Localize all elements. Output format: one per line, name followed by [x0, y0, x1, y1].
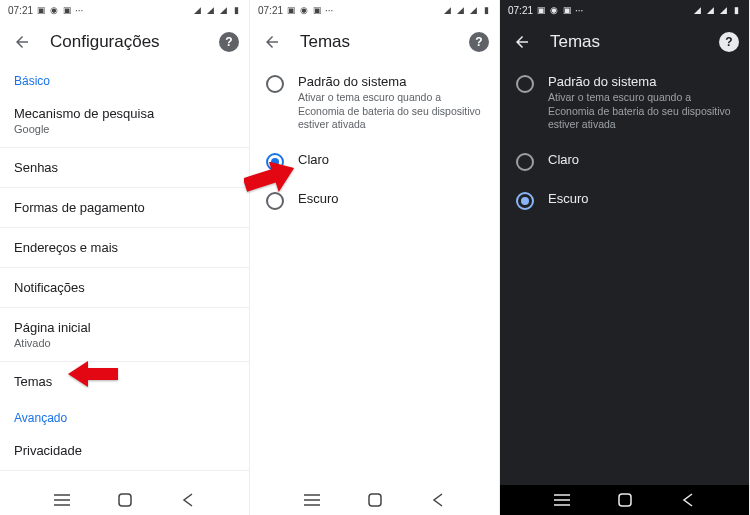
image-icon: ▣ — [62, 5, 72, 15]
radio-icon — [266, 75, 284, 93]
settings-item-search-engine[interactable]: Mecanismo de pesquisa Google — [0, 94, 249, 148]
settings-list: Básico Mecanismo de pesquisa Google Senh… — [0, 64, 249, 485]
page-title: Temas — [300, 32, 453, 52]
nav-back-button[interactable] — [428, 490, 448, 510]
settings-item-themes[interactable]: Temas — [0, 362, 249, 401]
home-icon — [368, 493, 382, 507]
status-time: 07:21 — [258, 5, 283, 16]
home-icon — [118, 493, 132, 507]
image-icon: ▣ — [562, 5, 572, 15]
battery-icon: ▮ — [231, 5, 241, 15]
back-icon — [682, 493, 694, 507]
whatsapp-icon: ◉ — [549, 5, 559, 15]
image-icon: ▣ — [36, 5, 46, 15]
theme-option-dark[interactable]: Escuro — [500, 181, 749, 220]
theme-option-system[interactable]: Padrão do sistema Ativar o tema escuro q… — [500, 64, 749, 142]
wifi-icon: ◢ — [192, 5, 202, 15]
status-time: 07:21 — [508, 5, 533, 16]
back-button[interactable] — [510, 30, 534, 54]
signal-icon: ◢ — [705, 5, 715, 15]
themes-list: Padrão do sistema Ativar o tema escuro q… — [500, 64, 749, 485]
status-time: 07:21 — [8, 5, 33, 16]
signal-icon: ◢ — [468, 5, 478, 15]
nav-back-button[interactable] — [178, 490, 198, 510]
battery-icon: ▮ — [481, 5, 491, 15]
arrow-left-icon — [513, 33, 531, 51]
settings-item-notifications[interactable]: Notificações — [0, 268, 249, 308]
settings-item-addresses[interactable]: Endereços e mais — [0, 228, 249, 268]
app-bar: Configurações ? — [0, 20, 249, 64]
radio-icon — [516, 192, 534, 210]
back-button[interactable] — [10, 30, 34, 54]
image-icon: ▣ — [286, 5, 296, 15]
settings-item-accessibility[interactable]: Acessibilidade — [0, 471, 249, 485]
recent-icon — [553, 494, 571, 506]
settings-item-privacy[interactable]: Privacidade — [0, 431, 249, 471]
nav-bar — [250, 485, 499, 515]
settings-item-homepage[interactable]: Página inicial Ativado — [0, 308, 249, 362]
nav-home-button[interactable] — [615, 490, 635, 510]
nav-home-button[interactable] — [115, 490, 135, 510]
help-button[interactable]: ? — [219, 32, 239, 52]
theme-option-light[interactable]: Claro — [250, 142, 499, 181]
status-bar: 07:21 ▣ ◉ ▣ ··· ◢ ◢ ◢ ▮ — [250, 0, 499, 20]
signal-icon: ◢ — [205, 5, 215, 15]
section-basic-header: Básico — [0, 64, 249, 94]
more-icon: ··· — [325, 5, 333, 16]
settings-item-passwords[interactable]: Senhas — [0, 148, 249, 188]
radio-icon — [266, 192, 284, 210]
arrow-left-icon — [263, 33, 281, 51]
nav-bar — [0, 485, 249, 515]
page-title: Temas — [550, 32, 703, 52]
signal-icon: ◢ — [455, 5, 465, 15]
app-bar: Temas ? — [500, 20, 749, 64]
recent-icon — [303, 494, 321, 506]
nav-recent-button[interactable] — [302, 490, 322, 510]
arrow-left-icon — [13, 33, 31, 51]
theme-option-light[interactable]: Claro — [500, 142, 749, 181]
nav-bar — [500, 485, 749, 515]
radio-icon — [266, 153, 284, 171]
help-button[interactable]: ? — [719, 32, 739, 52]
signal-icon: ◢ — [218, 5, 228, 15]
status-bar: 07:21 ▣ ◉ ▣ ··· ◢ ◢ ◢ ▮ — [0, 0, 249, 20]
theme-option-dark[interactable]: Escuro — [250, 181, 499, 220]
image-icon: ▣ — [312, 5, 322, 15]
page-title: Configurações — [50, 32, 203, 52]
wifi-icon: ◢ — [442, 5, 452, 15]
more-icon: ··· — [75, 5, 83, 16]
back-icon — [182, 493, 194, 507]
screen-settings: 07:21 ▣ ◉ ▣ ··· ◢ ◢ ◢ ▮ Configurações ? … — [0, 0, 250, 515]
themes-list: Padrão do sistema Ativar o tema escuro q… — [250, 64, 499, 485]
svg-rect-0 — [119, 494, 131, 506]
screen-themes-light: 07:21 ▣ ◉ ▣ ··· ◢ ◢ ◢ ▮ Temas ? Padrão d… — [250, 0, 500, 515]
whatsapp-icon: ◉ — [49, 5, 59, 15]
screen-themes-dark: 07:21 ▣ ◉ ▣ ··· ◢ ◢ ◢ ▮ Temas ? Padrão d… — [500, 0, 750, 515]
recent-icon — [53, 494, 71, 506]
settings-item-payments[interactable]: Formas de pagamento — [0, 188, 249, 228]
wifi-icon: ◢ — [692, 5, 702, 15]
svg-rect-2 — [619, 494, 631, 506]
section-advanced-header: Avançado — [0, 401, 249, 431]
theme-option-system[interactable]: Padrão do sistema Ativar o tema escuro q… — [250, 64, 499, 142]
help-button[interactable]: ? — [469, 32, 489, 52]
radio-icon — [516, 153, 534, 171]
image-icon: ▣ — [536, 5, 546, 15]
battery-icon: ▮ — [731, 5, 741, 15]
home-icon — [618, 493, 632, 507]
svg-rect-1 — [369, 494, 381, 506]
more-icon: ··· — [575, 5, 583, 16]
app-bar: Temas ? — [250, 20, 499, 64]
whatsapp-icon: ◉ — [299, 5, 309, 15]
nav-home-button[interactable] — [365, 490, 385, 510]
status-bar: 07:21 ▣ ◉ ▣ ··· ◢ ◢ ◢ ▮ — [500, 0, 749, 20]
nav-recent-button[interactable] — [552, 490, 572, 510]
back-icon — [432, 493, 444, 507]
radio-icon — [516, 75, 534, 93]
signal-icon: ◢ — [718, 5, 728, 15]
nav-recent-button[interactable] — [52, 490, 72, 510]
back-button[interactable] — [260, 30, 284, 54]
nav-back-button[interactable] — [678, 490, 698, 510]
